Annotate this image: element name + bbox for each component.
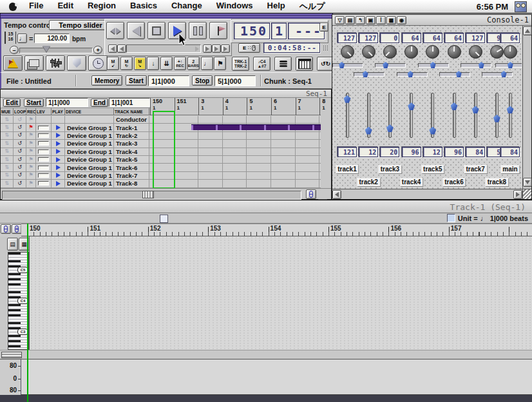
loop-cell[interactable]: ↺ (14, 116, 26, 123)
resize-grip[interactable] (522, 189, 531, 199)
track-name-cell[interactable]: Conductor (114, 116, 149, 123)
scroll-up-button[interactable] (523, 26, 532, 35)
info-scroll-thumb[interactable] (160, 215, 168, 223)
loop-cell[interactable]: ↺ (14, 124, 26, 131)
play-cell[interactable] (52, 132, 65, 139)
track-name-cell[interactable]: Track-8 (114, 180, 149, 187)
seq-start-field[interactable]: 1|1|000 (46, 98, 88, 107)
device-cell[interactable]: Device Group 1 (65, 148, 114, 155)
level-cell[interactable] (36, 148, 52, 155)
mute-cell[interactable]: ⇅ (1, 156, 14, 163)
volume-fader-handle[interactable] (507, 106, 514, 113)
scroll-left-button[interactable] (108, 44, 117, 53)
note-grid[interactable] (30, 236, 532, 350)
mode-button-4[interactable]: ↓ (147, 57, 159, 70)
loop-cell[interactable]: ↺ (14, 172, 26, 179)
seq-start-button[interactable]: Start (24, 99, 44, 107)
bar-ruler[interactable]: 150151152153154155156157 (21, 224, 532, 236)
warning-tool-button[interactable] (3, 55, 23, 71)
stop-button[interactable]: Stop (192, 75, 213, 86)
pan-slider[interactable] (495, 63, 522, 68)
marker-button[interactable] (209, 22, 227, 39)
play-cell[interactable] (52, 148, 65, 155)
start-button[interactable]: Start (126, 75, 147, 86)
seq-end-button[interactable]: End (91, 99, 108, 107)
menu-edit[interactable]: Edit (50, 1, 81, 12)
track-pair-button[interactable]: TRK-1TRK-2 (232, 57, 249, 71)
loop-cell[interactable]: ↺ (14, 164, 26, 171)
pan-slider-handle[interactable] (456, 71, 462, 77)
play-cell[interactable] (52, 180, 65, 187)
keyboard-button[interactable] (296, 57, 313, 71)
console-v-scrollbar[interactable] (522, 26, 531, 189)
scroll-right3-button[interactable] (221, 44, 230, 53)
event-list-view-button[interactable]: ▤ (7, 238, 18, 251)
stop-time-field[interactable]: 5|1|000 (214, 75, 256, 86)
pan-knob[interactable] (490, 45, 504, 59)
pan-knob[interactable] (448, 45, 461, 59)
pan-knob[interactable] (404, 45, 418, 59)
black-key[interactable] (8, 345, 28, 348)
device-cell[interactable]: Device Group 1 (65, 140, 114, 147)
pan-slider-handle[interactable] (383, 62, 388, 68)
level-cell[interactable] (36, 164, 52, 171)
track-editor-title-bar[interactable]: Track-1 (Seq-1) (0, 201, 532, 213)
volume-fader-handle[interactable] (365, 127, 372, 135)
editor-zoom-in-button[interactable]: + (12, 224, 22, 234)
snapshot-icon[interactable]: ◉ (397, 16, 406, 24)
event-lines-button[interactable] (274, 57, 292, 71)
mute-cell[interactable]: ⇅ (1, 172, 14, 179)
record-cell[interactable]: ⚑ (26, 164, 36, 171)
record-cell[interactable]: ⚑ (26, 180, 36, 187)
tempo-slider-track[interactable] (19, 48, 93, 53)
volume-fader-handle[interactable] (344, 95, 351, 103)
track-name-cell[interactable]: Track-7 (114, 172, 149, 179)
skip-button[interactable] (106, 22, 124, 39)
piano-keyboard[interactable]: C5C4C3 (8, 252, 29, 350)
shield-tool-button[interactable] (67, 55, 86, 71)
start-time-field[interactable]: 1|1|000 (148, 75, 189, 86)
loop-cell[interactable]: ↺ (14, 132, 26, 139)
pan-knob[interactable] (362, 45, 375, 59)
seq-timeline-header[interactable]: 15011511314151617181 (150, 98, 321, 115)
mode-button-6[interactable]: +↑REC (174, 57, 186, 70)
volume-fader-handle[interactable] (472, 106, 479, 113)
device-cell[interactable] (65, 116, 114, 123)
pause-button[interactable] (189, 22, 207, 39)
tempo-slider-button[interactable]: Tempo slider (49, 20, 112, 30)
pan-slider-handle[interactable] (430, 62, 436, 68)
grid-toggle-icon[interactable] (323, 45, 328, 51)
device-cell[interactable]: Device Group 1 (65, 164, 114, 171)
position-scrollbar[interactable] (126, 44, 201, 53)
level-cell[interactable] (36, 140, 52, 147)
mute-cell[interactable]: ⇅ (1, 180, 14, 187)
lcd-edit-button[interactable]: E (319, 23, 328, 32)
document-icon[interactable]: ▤ (345, 16, 355, 24)
menu-clock[interactable]: 6:56 PM (477, 2, 508, 12)
level-cell[interactable] (36, 156, 52, 163)
mode-button-2[interactable]: M↻ (120, 57, 133, 70)
mode-button-7[interactable]: 2BARS (187, 57, 200, 70)
scroll-right-button[interactable] (203, 44, 212, 53)
track1-clip[interactable] (191, 124, 321, 130)
pan-slider[interactable] (375, 63, 406, 68)
record-cell[interactable]: ⚑ (26, 132, 36, 139)
play-cell[interactable] (52, 124, 65, 131)
volume-fader[interactable] (453, 93, 456, 138)
console-title-bar[interactable]: ▽▤↰▣Ⅰ▦◉ Console-1 (332, 15, 531, 26)
scroll-left-button[interactable] (332, 190, 341, 199)
pan-slider[interactable] (418, 63, 449, 68)
pan-knob[interactable] (426, 45, 439, 59)
level-cell[interactable] (36, 116, 52, 123)
note-transpose-button[interactable]: ♪C4▲#7 (253, 57, 271, 71)
seq-end-field[interactable]: 1|1|001 (109, 98, 150, 107)
play-cell[interactable] (52, 116, 65, 123)
record-cell[interactable]: ⚑ (26, 116, 36, 123)
volume-fader-handle[interactable] (386, 124, 394, 132)
velocity-lane[interactable]: 80080 (0, 359, 532, 395)
application-menu-icon[interactable] (515, 1, 527, 12)
level-cell[interactable] (36, 172, 52, 179)
scroll-left2-button[interactable] (117, 44, 126, 53)
play-cell[interactable] (52, 164, 65, 171)
track-name-cell[interactable]: Track-4 (114, 148, 149, 155)
